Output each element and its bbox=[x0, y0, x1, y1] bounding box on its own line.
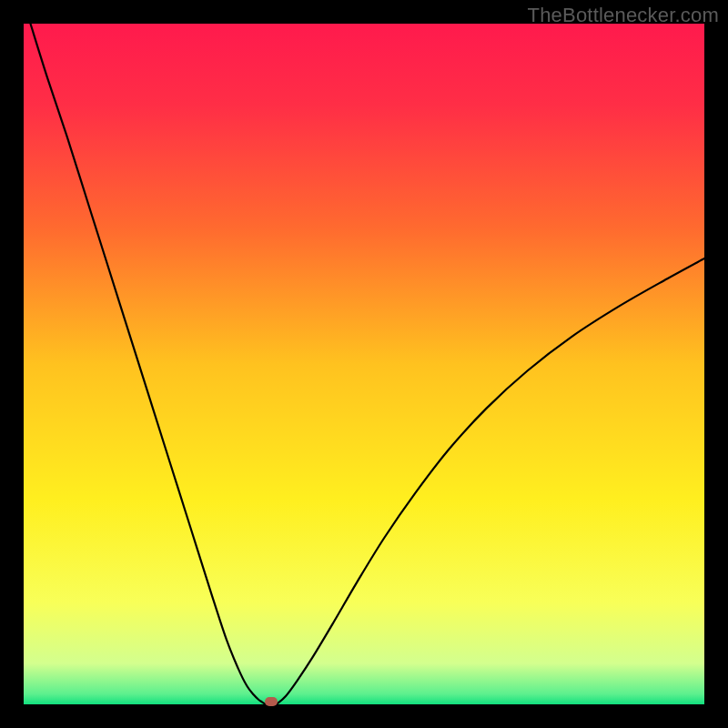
plot-area bbox=[24, 24, 704, 704]
chart-background bbox=[24, 24, 704, 704]
minimum-marker bbox=[265, 697, 278, 706]
chart-frame: TheBottlenecker.com bbox=[0, 0, 728, 728]
watermark-text: TheBottlenecker.com bbox=[528, 4, 719, 27]
chart-svg bbox=[24, 24, 704, 704]
